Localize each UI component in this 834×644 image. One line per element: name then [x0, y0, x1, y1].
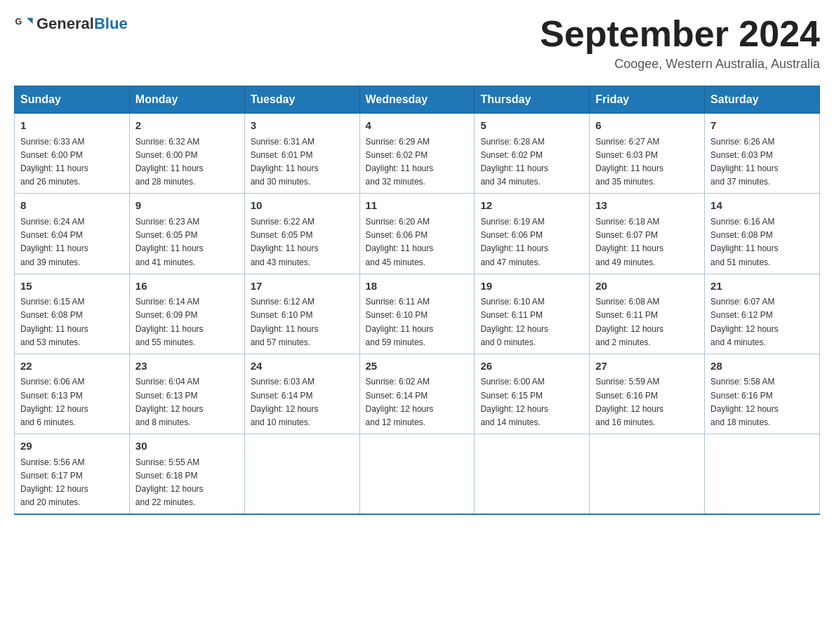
calendar-cell: 29Sunrise: 5:56 AMSunset: 6:17 PMDayligh…	[15, 434, 130, 515]
calendar-cell: 11Sunrise: 6:20 AMSunset: 6:06 PMDayligh…	[359, 194, 475, 274]
calendar-cell: 5Sunrise: 6:28 AMSunset: 6:02 PMDaylight…	[475, 114, 590, 194]
calendar-week-row: 1Sunrise: 6:33 AMSunset: 6:00 PMDaylight…	[15, 114, 820, 194]
day-number: 24	[251, 358, 354, 375]
calendar-cell	[359, 434, 475, 515]
day-info: Sunrise: 6:20 AMSunset: 6:06 PMDaylight:…	[366, 215, 469, 269]
day-info: Sunrise: 6:14 AMSunset: 6:09 PMDaylight:…	[135, 295, 239, 349]
day-number: 16	[135, 279, 239, 295]
day-info: Sunrise: 6:10 AMSunset: 6:11 PMDaylight:…	[480, 295, 583, 349]
calendar-cell: 18Sunrise: 6:11 AMSunset: 6:10 PMDayligh…	[359, 274, 475, 354]
calendar-cell: 8Sunrise: 6:24 AMSunset: 6:04 PMDaylight…	[15, 194, 130, 274]
calendar-cell: 14Sunrise: 6:16 AMSunset: 6:08 PMDayligh…	[705, 194, 820, 274]
calendar-cell: 20Sunrise: 6:08 AMSunset: 6:11 PMDayligh…	[590, 274, 705, 354]
day-info: Sunrise: 6:06 AMSunset: 6:13 PMDaylight:…	[20, 375, 124, 429]
day-info: Sunrise: 6:26 AMSunset: 6:03 PMDaylight:…	[710, 135, 814, 189]
day-info: Sunrise: 5:56 AMSunset: 6:17 PMDaylight:…	[20, 456, 124, 510]
day-info: Sunrise: 6:29 AMSunset: 6:02 PMDaylight:…	[366, 135, 469, 189]
col-header-friday: Friday	[590, 86, 705, 114]
day-number: 4	[366, 118, 469, 134]
title-section: September 2024 Coogee, Western Australia…	[540, 14, 820, 72]
day-number: 19	[480, 279, 583, 295]
logo-blue-text: Blue	[94, 15, 128, 32]
day-info: Sunrise: 6:28 AMSunset: 6:02 PMDaylight:…	[480, 135, 583, 189]
calendar-cell	[590, 434, 705, 515]
calendar-cell: 3Sunrise: 6:31 AMSunset: 6:01 PMDaylight…	[244, 114, 359, 194]
svg-marker-1	[27, 18, 32, 24]
day-number: 30	[135, 438, 239, 455]
day-info: Sunrise: 6:19 AMSunset: 6:06 PMDaylight:…	[480, 215, 583, 269]
calendar-cell: 13Sunrise: 6:18 AMSunset: 6:07 PMDayligh…	[590, 194, 705, 274]
day-number: 5	[480, 118, 583, 134]
day-number: 25	[366, 358, 469, 375]
day-info: Sunrise: 6:22 AMSunset: 6:05 PMDaylight:…	[251, 215, 354, 269]
calendar-cell: 24Sunrise: 6:03 AMSunset: 6:14 PMDayligh…	[244, 354, 359, 434]
day-info: Sunrise: 6:24 AMSunset: 6:04 PMDaylight:…	[20, 215, 124, 269]
day-number: 8	[20, 198, 124, 214]
calendar-cell: 17Sunrise: 6:12 AMSunset: 6:10 PMDayligh…	[244, 274, 359, 354]
day-info: Sunrise: 6:32 AMSunset: 6:00 PMDaylight:…	[135, 135, 239, 189]
calendar-cell: 27Sunrise: 5:59 AMSunset: 6:16 PMDayligh…	[590, 354, 705, 434]
day-info: Sunrise: 6:33 AMSunset: 6:00 PMDaylight:…	[20, 135, 124, 189]
col-header-saturday: Saturday	[705, 86, 820, 114]
day-number: 22	[20, 358, 124, 375]
calendar-cell: 1Sunrise: 6:33 AMSunset: 6:00 PMDaylight…	[15, 114, 130, 194]
day-info: Sunrise: 6:07 AMSunset: 6:12 PMDaylight:…	[710, 295, 814, 349]
calendar-header-row: SundayMondayTuesdayWednesdayThursdayFrid…	[15, 86, 820, 114]
calendar-cell: 25Sunrise: 6:02 AMSunset: 6:14 PMDayligh…	[359, 354, 475, 434]
calendar-cell: 26Sunrise: 6:00 AMSunset: 6:15 PMDayligh…	[475, 354, 590, 434]
calendar-cell: 16Sunrise: 6:14 AMSunset: 6:09 PMDayligh…	[129, 274, 244, 354]
day-number: 18	[366, 279, 469, 295]
calendar-cell: 7Sunrise: 6:26 AMSunset: 6:03 PMDaylight…	[705, 114, 820, 194]
day-number: 7	[710, 118, 814, 134]
calendar-table: SundayMondayTuesdayWednesdayThursdayFrid…	[14, 86, 820, 515]
day-number: 17	[251, 279, 354, 295]
day-info: Sunrise: 6:03 AMSunset: 6:14 PMDaylight:…	[251, 375, 354, 429]
calendar-cell: 9Sunrise: 6:23 AMSunset: 6:05 PMDaylight…	[129, 194, 244, 274]
col-header-sunday: Sunday	[15, 86, 130, 114]
day-info: Sunrise: 5:55 AMSunset: 6:18 PMDaylight:…	[135, 456, 239, 510]
day-info: Sunrise: 6:15 AMSunset: 6:08 PMDaylight:…	[20, 295, 124, 349]
svg-text:G: G	[15, 17, 22, 27]
day-number: 20	[595, 279, 699, 295]
day-info: Sunrise: 5:59 AMSunset: 6:16 PMDaylight:…	[595, 375, 699, 429]
day-number: 15	[20, 279, 124, 295]
calendar-week-row: 15Sunrise: 6:15 AMSunset: 6:08 PMDayligh…	[15, 274, 820, 354]
col-header-tuesday: Tuesday	[244, 86, 359, 114]
day-number: 28	[710, 358, 814, 375]
day-number: 10	[251, 198, 354, 214]
calendar-cell	[475, 434, 590, 515]
calendar-cell: 10Sunrise: 6:22 AMSunset: 6:05 PMDayligh…	[244, 194, 359, 274]
calendar-week-row: 22Sunrise: 6:06 AMSunset: 6:13 PMDayligh…	[15, 354, 820, 434]
day-number: 29	[20, 438, 124, 455]
calendar-cell: 19Sunrise: 6:10 AMSunset: 6:11 PMDayligh…	[475, 274, 590, 354]
day-number: 21	[710, 279, 814, 295]
day-info: Sunrise: 6:27 AMSunset: 6:03 PMDaylight:…	[595, 135, 699, 189]
page-header: G GeneralBlue September 2024 Coogee, Wes…	[14, 14, 820, 72]
calendar-title: September 2024	[540, 14, 820, 54]
day-info: Sunrise: 6:18 AMSunset: 6:07 PMDaylight:…	[595, 215, 699, 269]
day-number: 23	[135, 358, 239, 375]
logo-general-text: General	[37, 15, 94, 32]
calendar-cell: 28Sunrise: 5:58 AMSunset: 6:16 PMDayligh…	[705, 354, 820, 434]
day-info: Sunrise: 6:08 AMSunset: 6:11 PMDaylight:…	[595, 295, 699, 349]
calendar-cell: 22Sunrise: 6:06 AMSunset: 6:13 PMDayligh…	[15, 354, 130, 434]
day-info: Sunrise: 6:16 AMSunset: 6:08 PMDaylight:…	[710, 215, 814, 269]
calendar-cell: 21Sunrise: 6:07 AMSunset: 6:12 PMDayligh…	[705, 274, 820, 354]
calendar-subtitle: Coogee, Western Australia, Australia	[540, 57, 820, 72]
day-number: 11	[366, 198, 469, 214]
day-number: 1	[20, 118, 124, 134]
logo-icon: G	[14, 14, 34, 34]
day-info: Sunrise: 6:12 AMSunset: 6:10 PMDaylight:…	[251, 295, 354, 349]
day-info: Sunrise: 6:31 AMSunset: 6:01 PMDaylight:…	[251, 135, 354, 189]
day-info: Sunrise: 6:11 AMSunset: 6:10 PMDaylight:…	[366, 295, 469, 349]
day-number: 2	[135, 118, 239, 134]
day-number: 3	[251, 118, 354, 134]
day-info: Sunrise: 6:04 AMSunset: 6:13 PMDaylight:…	[135, 375, 239, 429]
calendar-cell	[705, 434, 820, 515]
day-number: 14	[710, 198, 814, 214]
calendar-cell: 30Sunrise: 5:55 AMSunset: 6:18 PMDayligh…	[129, 434, 244, 515]
calendar-cell: 15Sunrise: 6:15 AMSunset: 6:08 PMDayligh…	[15, 274, 130, 354]
day-number: 6	[595, 118, 699, 134]
col-header-wednesday: Wednesday	[359, 86, 475, 114]
day-number: 12	[480, 198, 583, 214]
